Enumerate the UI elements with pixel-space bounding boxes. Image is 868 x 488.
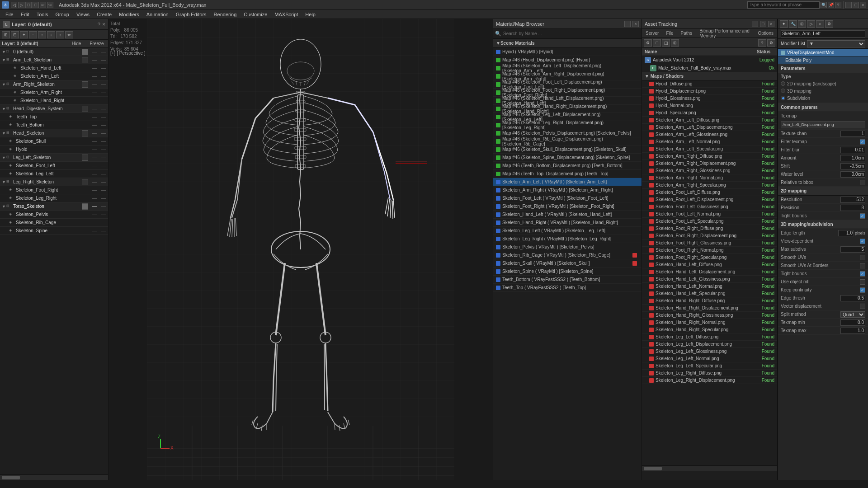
mat-item-skel-spine[interactable]: Skeleton_Spine ( VRayMtl ) [Skeleton_Spi… (493, 267, 642, 276)
asset-hand-left-gloss[interactable]: Skeleton_Hand_Left_Glossiness.png Found (642, 276, 777, 283)
layer-skull[interactable]: ◈ Skeleton_Skull — — (0, 137, 108, 145)
prop-radio-3d[interactable]: 3D mapping (781, 87, 865, 94)
quick-access-btn6[interactable]: ↪ (47, 2, 53, 8)
asset-arm-left-disp[interactable]: Skeleton_Arm_Left_Displacement.png Found (642, 124, 777, 131)
asset-leg-right-diff[interactable]: Skeleton_Leg_Right_Diffuse.png Found (642, 370, 777, 377)
layer-tool-4[interactable]: − (29, 31, 37, 38)
props-tool-create[interactable]: ✦ (780, 20, 788, 28)
layer-head-digest[interactable]: ▼ ⊞ Head_Digestive_System — — (0, 105, 108, 113)
mat-item-skel-hand-right[interactable]: Skeleton_Hand_Right ( VRayMtl ) [Skeleto… (493, 219, 642, 227)
viewport[interactable]: Total Poly: 86 005 Tri: 170 582 Edges: 1… (108, 19, 493, 480)
asset-arm-left-diff[interactable]: Skeleton_Arm_Left_Diffuse.png Found (642, 117, 777, 124)
menu-create[interactable]: Create (93, 10, 115, 19)
smooth-uvs-check[interactable] (860, 255, 865, 260)
asset-close-btn[interactable]: × (768, 21, 774, 27)
relative-bbox-check[interactable] (860, 180, 865, 185)
material-browser-min[interactable]: _ (624, 21, 631, 27)
search-input[interactable] (747, 1, 820, 9)
amount-input[interactable] (840, 155, 865, 161)
texmap-value[interactable]: Arm_Left_Displacement.png (781, 121, 865, 128)
asset-foot-right-disp[interactable]: Skeleton_Foot_Right_Displacement.png Fou… (642, 232, 777, 239)
menu-graph-editors[interactable]: Graph Editors (172, 10, 210, 19)
asset-hand-left-normal[interactable]: Skeleton_Hand_Left_Normal.png Found (642, 283, 777, 290)
precision-input[interactable] (840, 205, 865, 211)
menu-file[interactable]: File (2, 10, 17, 19)
props-tool-utilities[interactable]: ⚙ (825, 20, 833, 28)
material-browser-close[interactable]: × (632, 21, 639, 27)
sub-modifier-editable-poly[interactable]: Editable Poly (778, 57, 868, 64)
layer-tool-2[interactable]: ⊟ (11, 31, 19, 38)
quick-access-btn[interactable]: ◁ (11, 2, 17, 8)
mat-item-skel-foot-right[interactable]: Skeleton_Foot_Right ( VRayMtl ) [Skeleto… (493, 202, 642, 211)
asset-hyoid-diffuse[interactable]: Hyoid_Diffuse.png Found (642, 80, 777, 88)
mat-item-skel-pelvis[interactable]: Skeleton_Pelvis ( VRayMtl ) [Skeleton_Pe… (493, 243, 642, 251)
menu-customize[interactable]: Customize (240, 10, 271, 19)
layer-rib-cage[interactable]: ◈ Skeleton_Rib_Cage — — (0, 219, 108, 227)
quick-access-btn2[interactable]: ▷ (18, 2, 24, 8)
mat-item-skel-leg-left[interactable]: Skeleton_Leg_Left ( VRayMtl ) [Skeleton_… (493, 227, 642, 235)
layer-tool-1[interactable]: ⊞ (2, 31, 10, 38)
pin-icon[interactable]: 📌 (828, 2, 834, 8)
asset-arm-right-disp[interactable]: Skeleton_Arm_Right_Displacement.png Foun… (642, 160, 777, 167)
split-method-select[interactable]: Quad (840, 311, 865, 318)
mat-item-skel-arm-left[interactable]: Skeleton_Arm_Left ( VRayMtl ) [Skeleton_… (493, 178, 642, 186)
keep-continuity-check[interactable]: ✓ (860, 287, 865, 293)
water-level-input[interactable] (840, 171, 865, 178)
mat-item-map46-ribcage[interactable]: Map #46 (Skeleton_Rib_Cage_Displacement.… (493, 137, 642, 145)
layer-hyoid[interactable]: ◈ Hyoid — — (0, 145, 108, 154)
asset-foot-left-spec[interactable]: Skeleton_Foot_Left_Specular.png Found (642, 218, 777, 225)
mat-item-skel-arm-right[interactable]: Skeleton_Arm_Right ( VRayMtl ) [Skeleton… (493, 186, 642, 194)
asset-foot-left-gloss[interactable]: Skeleton_Foot_Left_Glossiness.png Found (642, 203, 777, 211)
asset-vault-item[interactable]: S Autodesk Vault 2012 Logged (642, 56, 777, 64)
mat-item-skel-skull[interactable]: Skeleton_Skull ( VRayMtl ) [Skeleton_Sku… (493, 259, 642, 267)
layer-hide-check-0[interactable] (82, 49, 88, 55)
mat-item-map46-teeth-bottom[interactable]: Map #46 (Teeth_Bottom_Displacement.png) … (493, 162, 642, 170)
asset-tab-bitmap-perf[interactable]: Bitmap Performance and Memory (698, 28, 752, 38)
close-btn[interactable]: × (860, 2, 866, 8)
asset-hyoid-gloss[interactable]: Hyoid_Glossiness.png Found (642, 95, 777, 102)
asset-leg-right-disp[interactable]: Skeleton_Leg_Right_Displacement.png Foun… (642, 377, 777, 384)
asset-tool-1[interactable]: ⚙ (644, 39, 652, 47)
asset-tool-settings[interactable]: ⚙ (767, 39, 775, 47)
asset-hand-right-diff[interactable]: Skeleton_Hand_Right_Diffuse.png Found (642, 297, 777, 305)
asset-arm-left-spec[interactable]: Skeleton_Arm_Left_Specular.png Found (642, 145, 777, 153)
layer-teeth-top[interactable]: ◈ Teeth_Top — — (0, 113, 108, 121)
common-params-header[interactable]: Common params (778, 103, 868, 112)
menu-views[interactable]: Views (73, 10, 93, 19)
menu-animation[interactable]: Animation (143, 10, 172, 19)
prop-radio-subdiv[interactable]: Subdivision (781, 94, 865, 102)
mat-item-skel-foot-left[interactable]: Skeleton_Foot_Left ( VRayMtl ) [Skeleton… (493, 194, 642, 202)
layer-tool-8[interactable]: ⇔ (65, 31, 73, 38)
asset-arm-left-normal[interactable]: Skeleton_Arm_Left_Normal.png Found (642, 138, 777, 145)
prop-radio-2d[interactable]: 2D mapping (landscape) (781, 80, 865, 87)
layer-scroll-thumb[interactable] (2, 476, 20, 479)
props-tool-modify[interactable]: 🔧 (789, 20, 797, 28)
layer-checkbox-leg-right[interactable] (82, 179, 88, 185)
asset-tab-options[interactable]: Options (756, 31, 775, 36)
asset-hand-left-diff[interactable]: Skeleton_Hand_Left_Diffuse.png Found (642, 261, 777, 268)
asset-foot-left-normal[interactable]: Skeleton_Foot_Left_Normal.png Found (642, 211, 777, 218)
mat-item-teeth-bottom[interactable]: Teeth_Bottom ( VRayFastSSS2 ) [Teeth_Bot… (493, 276, 642, 284)
quick-access-btn5[interactable]: ↩ (40, 2, 46, 8)
props-tool-motion[interactable]: ▷ (807, 20, 815, 28)
layer-skel-arm-left[interactable]: ▼ ◈ Skeleton_Arm_Left — — (0, 72, 108, 80)
layer-torso-skel[interactable]: ▼ ⊞ Torso_Skeleton — — (0, 202, 108, 211)
layer-tool-6[interactable]: ↓ (47, 31, 55, 38)
props-tool-hierarchy[interactable]: ⊞ (798, 20, 806, 28)
asset-leg-left-normal[interactable]: Skeleton_Leg_Left_Normal.png Found (642, 355, 777, 362)
layer-tool-3[interactable]: + (20, 31, 28, 38)
layer-pelvis[interactable]: ◈ Skeleton_Pelvis — — (0, 211, 108, 219)
layer-head-skel[interactable]: ▼ ⊞ Head_Skeleton — — (0, 129, 108, 137)
minimize-btn[interactable]: _ (845, 2, 852, 8)
menu-modifiers[interactable]: Modifiers (115, 10, 143, 19)
mat-item-map46-leg-right[interactable]: Map #46 (Skeleton_Leg_Right_Displacement… (493, 121, 642, 129)
radio-3d-icon[interactable] (781, 89, 785, 93)
object-name-input[interactable] (781, 30, 865, 38)
asset-max-btn[interactable]: □ (760, 21, 766, 27)
use-object-mtl-check[interactable] (860, 279, 865, 285)
modifier-vray-disp[interactable]: VRayDisplacementMod (778, 49, 868, 57)
layer-scroll-horizontal[interactable] (0, 474, 108, 480)
edge-thresh-input[interactable] (840, 295, 865, 301)
tight-bounds-2d-check[interactable]: ✓ (860, 213, 865, 219)
asset-leg-left-diff[interactable]: Skeleton_Leg_Left_Diffuse.png Found (642, 333, 777, 341)
